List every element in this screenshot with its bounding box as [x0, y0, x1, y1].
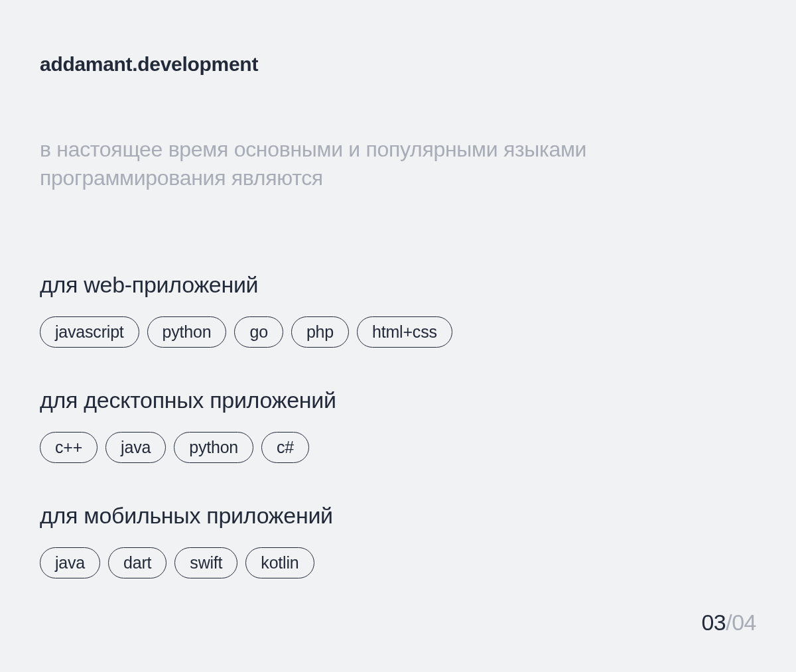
page-title: addamant.development — [40, 53, 756, 76]
category-title: для web-приложений — [40, 272, 756, 298]
tag-row: javascript python go php html+css — [40, 316, 756, 348]
tag: python — [174, 432, 253, 463]
page-total: 04 — [732, 610, 756, 635]
tag: swift — [174, 547, 237, 578]
tag: c# — [261, 432, 309, 463]
tag: html+css — [357, 316, 452, 348]
category-desktop: для десктопных приложений c++ java pytho… — [40, 387, 756, 463]
pagination: 03/04 — [701, 610, 756, 636]
category-title: для десктопных приложений — [40, 387, 756, 413]
tag: dart — [108, 547, 166, 578]
tag: c++ — [40, 432, 98, 463]
tag: javascript — [40, 316, 139, 348]
tag-row: java dart swift kotlin — [40, 547, 756, 578]
tag: kotlin — [245, 547, 314, 578]
tag: go — [234, 316, 283, 348]
page-separator: / — [726, 610, 732, 635]
category-mobile: для мобильных приложений java dart swift… — [40, 503, 756, 578]
page-current: 03 — [701, 610, 726, 635]
tag: java — [40, 547, 100, 578]
tag: python — [147, 316, 227, 348]
page-subtitle: в настоящее время основными и популярным… — [40, 135, 703, 192]
tag: php — [291, 316, 349, 348]
category-title: для мобильных приложений — [40, 503, 756, 529]
category-web: для web-приложений javascript python go … — [40, 272, 756, 348]
tag-row: c++ java python c# — [40, 432, 756, 463]
tag: java — [105, 432, 166, 463]
